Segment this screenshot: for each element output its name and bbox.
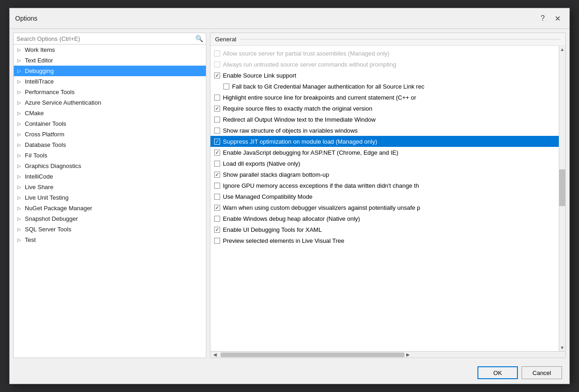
- scroll-down-arrow[interactable]: ▼: [559, 344, 565, 351]
- right-panel: General Allow source server for partial …: [210, 33, 566, 358]
- tree-item-fsharp-tools[interactable]: ▷F# Tools: [14, 150, 206, 161]
- tree-label-sql-server-tools: SQL Server Tools: [25, 226, 202, 233]
- checkbox-opt4[interactable]: [223, 84, 229, 90]
- checkbox-opt5[interactable]: [214, 95, 220, 101]
- option-item-opt14[interactable]: Use Managed Compatibility Mode: [210, 191, 559, 202]
- checkbox-opt6[interactable]: ✓: [214, 106, 220, 112]
- tree-item-container-tools[interactable]: ▷Container Tools: [14, 118, 206, 129]
- option-item-opt13[interactable]: Ignore GPU memory access exceptions if t…: [210, 180, 559, 191]
- tree-label-performance-tools: Performance Tools: [25, 89, 202, 95]
- tree-item-performance-tools[interactable]: ▷Performance Tools: [14, 87, 206, 97]
- checkbox-wrap-opt1: Allow source server for partial trust as…: [214, 50, 390, 57]
- checkbox-opt15[interactable]: ✓: [214, 205, 220, 211]
- tree-item-debugging[interactable]: ▷Debugging: [14, 66, 206, 76]
- checkbox-opt9[interactable]: ✓: [214, 139, 220, 145]
- option-item-opt9[interactable]: ✓Suppress JIT optimization on module loa…: [210, 136, 559, 147]
- checkbox-opt18[interactable]: [214, 238, 220, 244]
- right-scrollbar[interactable]: ▲ ▼: [559, 46, 565, 351]
- checkbox-opt1[interactable]: [214, 50, 220, 56]
- option-label-opt13: Ignore GPU memory access exceptions if t…: [223, 182, 419, 189]
- checkbox-opt17[interactable]: ✓: [214, 227, 220, 233]
- option-label-opt14: Use Managed Compatibility Mode: [223, 193, 312, 200]
- option-item-opt7[interactable]: Redirect all Output Window text to the I…: [210, 114, 559, 125]
- hscroll-thumb[interactable]: [221, 353, 404, 357]
- tree-item-intellitrace[interactable]: ▷IntelliTrace: [14, 76, 206, 87]
- option-item-opt5[interactable]: Highlight entire source line for breakpo…: [210, 92, 559, 103]
- tree-label-graphics-diagnostics: Graphics Diagnostics: [25, 162, 202, 169]
- tree-arrow-live-unit-testing: ▷: [17, 195, 25, 200]
- checkbox-opt8[interactable]: [214, 128, 220, 134]
- checkbox-opt14[interactable]: [214, 194, 220, 200]
- cancel-button[interactable]: Cancel: [522, 366, 562, 379]
- hscroll-right-arrow[interactable]: ▶: [404, 352, 412, 357]
- ok-button[interactable]: OK: [477, 366, 518, 379]
- option-label-opt15: Warn when using custom debugger visualiz…: [223, 204, 420, 211]
- tree-label-database-tools: Database Tools: [25, 141, 202, 148]
- option-item-opt10[interactable]: ✓Enable JavaScript debugging for ASP.NET…: [210, 147, 559, 158]
- option-item-opt6[interactable]: ✓Require source files to exactly match t…: [210, 103, 559, 114]
- tree-item-nuget-package-manager[interactable]: ▷NuGet Package Manager: [14, 203, 206, 213]
- tree-item-text-editor[interactable]: ▷Text Editor: [14, 55, 206, 66]
- checkbox-opt2[interactable]: [214, 62, 220, 67]
- option-item-opt3[interactable]: ✓Enable Source Link support: [210, 70, 559, 81]
- tree-item-intellicode[interactable]: ▷IntelliCode: [14, 171, 206, 182]
- help-button[interactable]: ?: [536, 12, 549, 25]
- tree-item-cross-platform[interactable]: ▷Cross Platform: [14, 129, 206, 140]
- checkbox-opt16[interactable]: [214, 216, 220, 222]
- tree-arrow-container-tools: ▷: [17, 121, 25, 126]
- scroll-thumb[interactable]: [559, 169, 565, 206]
- tree-label-text-editor: Text Editor: [25, 57, 202, 64]
- checkbox-opt7[interactable]: [214, 117, 220, 123]
- close-button[interactable]: ✕: [551, 12, 564, 25]
- section-title: General: [215, 36, 236, 43]
- checkmark-opt12: ✓: [215, 172, 219, 178]
- checkbox-wrap-opt10: ✓Enable JavaScript debugging for ASP.NET…: [214, 149, 398, 156]
- tree-item-cmake[interactable]: ▷CMake: [14, 108, 206, 118]
- tree-item-live-unit-testing[interactable]: ▷Live Unit Testing: [14, 192, 206, 203]
- scroll-up-arrow[interactable]: ▲: [559, 46, 565, 53]
- option-item-opt16[interactable]: Enable Windows debug heap allocator (Nat…: [210, 213, 559, 224]
- tree-item-database-tools[interactable]: ▷Database Tools: [14, 140, 206, 150]
- search-input[interactable]: [17, 35, 195, 42]
- option-item-opt2[interactable]: Always run untrusted source server comma…: [210, 59, 559, 70]
- tree-item-graphics-diagnostics[interactable]: ▷Graphics Diagnostics: [14, 161, 206, 171]
- titlebar: Options ? ✕: [10, 8, 569, 29]
- option-item-opt15[interactable]: ✓Warn when using custom debugger visuali…: [210, 202, 559, 213]
- option-item-opt4[interactable]: Fall back to Git Credential Manager auth…: [210, 81, 559, 92]
- option-label-opt4: Fall back to Git Credential Manager auth…: [232, 83, 424, 90]
- tree-item-test[interactable]: ▷Test: [14, 235, 206, 245]
- option-item-opt17[interactable]: ✓Enable UI Debugging Tools for XAML: [210, 224, 559, 235]
- checkbox-wrap-opt6: ✓Require source files to exactly match t…: [214, 105, 372, 112]
- option-item-opt18[interactable]: Preview selected elements in Live Visual…: [210, 235, 559, 246]
- checkmark-opt9: ✓: [215, 139, 219, 145]
- option-item-opt12[interactable]: ✓Show parallel stacks diagram bottom-up: [210, 169, 559, 180]
- checkbox-wrap-opt14: Use Managed Compatibility Mode: [214, 193, 312, 200]
- tree-label-debugging: Debugging: [25, 67, 202, 74]
- option-label-opt12: Show parallel stacks diagram bottom-up: [223, 171, 329, 178]
- checkbox-wrap-opt8: Show raw structure of objects in variabl…: [214, 127, 358, 134]
- left-panel: 🔍 ▷Work Items▷Text Editor▷Debugging▷Inte…: [13, 33, 206, 358]
- checkbox-opt3[interactable]: ✓: [214, 73, 220, 78]
- tree-label-test: Test: [25, 236, 202, 243]
- tree-item-live-share[interactable]: ▷Live Share: [14, 182, 206, 192]
- checkbox-opt12[interactable]: ✓: [214, 172, 220, 178]
- checkbox-opt11[interactable]: [214, 161, 220, 167]
- checkbox-opt13[interactable]: [214, 183, 220, 189]
- option-item-opt1[interactable]: Allow source server for partial trust as…: [210, 48, 559, 59]
- hscroll-left-arrow[interactable]: ◀: [211, 352, 219, 357]
- option-item-opt11[interactable]: Load dll exports (Native only): [210, 158, 559, 169]
- tree-item-sql-server-tools[interactable]: ▷SQL Server Tools: [14, 224, 206, 235]
- tree-arrow-debugging: ▷: [17, 68, 25, 73]
- option-item-opt8[interactable]: Show raw structure of objects in variabl…: [210, 125, 559, 136]
- tree-item-work-items[interactable]: ▷Work Items: [14, 45, 206, 55]
- dialog-content: 🔍 ▷Work Items▷Text Editor▷Debugging▷Inte…: [10, 29, 569, 362]
- checkbox-opt10[interactable]: ✓: [214, 150, 220, 156]
- option-label-opt10: Enable JavaScript debugging for ASP.NET …: [223, 149, 398, 156]
- options-and-scroll: Allow source server for partial trust as…: [210, 46, 565, 351]
- tree-item-snapshot-debugger[interactable]: ▷Snapshot Debugger: [14, 213, 206, 224]
- tree-label-intellicode: IntelliCode: [25, 173, 202, 180]
- tree-item-azure-service-auth[interactable]: ▷Azure Service Authentication: [14, 97, 206, 108]
- checkbox-wrap-opt4: Fall back to Git Credential Manager auth…: [223, 83, 424, 90]
- horizontal-scrollbar[interactable]: ◀ ▶: [210, 351, 565, 358]
- tree-label-cross-platform: Cross Platform: [25, 131, 202, 138]
